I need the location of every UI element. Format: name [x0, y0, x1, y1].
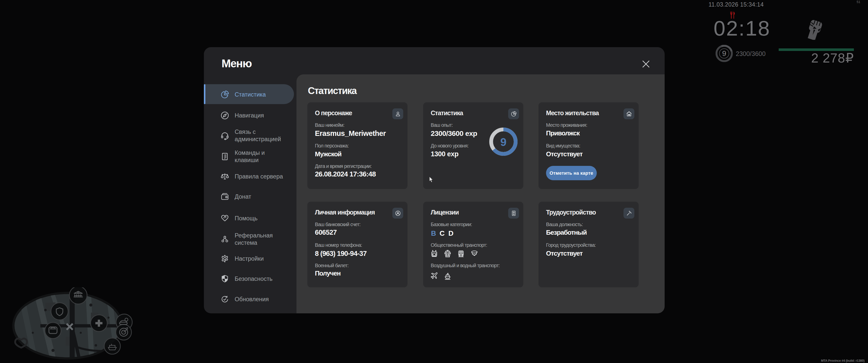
svg-text:9: 9 [500, 136, 506, 148]
svg-text:9: 9 [722, 50, 726, 58]
